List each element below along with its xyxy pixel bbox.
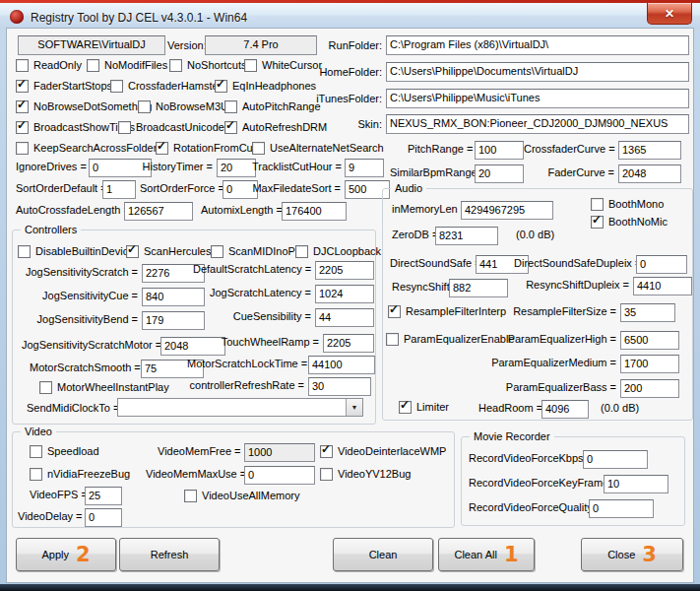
headroom-note: (0.0 dB) bbox=[601, 400, 639, 414]
automixlength-field[interactable]: 176400 bbox=[282, 202, 347, 221]
recordvideoforcequality-label: RecordVideoForceQuality = bbox=[469, 499, 585, 514]
paramequalizerhigh-label: ParamEqualizerHigh = bbox=[463, 331, 616, 346]
apply-button[interactable]: Apply 2 bbox=[16, 538, 116, 571]
refresh-button[interactable]: Refresh bbox=[119, 538, 220, 571]
checkbox-videodeinterlacewmp[interactable]: VideoDeinterlaceWMP bbox=[320, 445, 446, 458]
checkbox-box bbox=[320, 445, 333, 458]
close-button[interactable]: Close 3 bbox=[581, 538, 683, 571]
checkbox-boothmono[interactable]: BoothMono bbox=[591, 198, 664, 211]
fadercurve-field[interactable]: 2048 bbox=[618, 164, 681, 183]
recordvideoforcekbps-field[interactable]: 0 bbox=[583, 450, 648, 469]
directsoundsafedupleix-field[interactable]: 0 bbox=[636, 255, 687, 274]
checkbox-box bbox=[118, 121, 131, 134]
paramequalizerbass-field[interactable]: 200 bbox=[620, 379, 679, 398]
defaultscratchlatency-field[interactable]: 2205 bbox=[315, 261, 374, 280]
sortorderforce-label: SortOrderForce = bbox=[140, 180, 219, 195]
touchwheelramp-field[interactable]: 2205 bbox=[323, 334, 374, 353]
videomemmaxuse-field[interactable]: 0 bbox=[244, 466, 315, 485]
autocrossfadelength-field[interactable]: 126567 bbox=[124, 202, 193, 221]
app-icon bbox=[10, 10, 24, 24]
resamplefiltersize-field[interactable]: 35 bbox=[620, 303, 675, 322]
checkbox-noshortcuts[interactable]: NoShortcuts bbox=[169, 59, 247, 72]
dropdown-arrow-icon[interactable]: ▼ bbox=[346, 399, 362, 416]
controllerrefreshrate-field[interactable]: 30 bbox=[308, 377, 371, 396]
resyncshift-field[interactable]: 882 bbox=[449, 279, 508, 297]
paramequalizerbass-label: ParamEqualizerBass = bbox=[433, 379, 616, 394]
checkbox-nobrowsedotsomething[interactable]: NoBrowseDotSomething bbox=[16, 100, 152, 113]
videomemfree-field: 1000 bbox=[244, 443, 315, 462]
checkbox-motorwheelinstantplay[interactable]: MotorWheelInstantPlay bbox=[39, 381, 169, 394]
checkbox-box bbox=[388, 305, 401, 318]
runfolder-label: RunFolder: bbox=[295, 39, 382, 52]
checkbox-nomodiffiles[interactable]: NoModifFiles bbox=[87, 59, 167, 72]
crossfadercurve-field[interactable]: 1365 bbox=[618, 141, 681, 160]
checkbox-box bbox=[30, 445, 42, 458]
recordvideoforcequality-field[interactable]: 0 bbox=[589, 499, 654, 518]
historytimer-label: HistoryTimer = bbox=[140, 159, 213, 173]
videodelay-field[interactable]: 0 bbox=[85, 508, 122, 527]
checkbox-nvidiafreezebug[interactable]: nVidiaFreezeBug bbox=[30, 468, 130, 481]
recordvideoforcekeyframes-field[interactable]: 10 bbox=[604, 475, 668, 493]
paramequalizermedium-field[interactable]: 1700 bbox=[620, 355, 679, 373]
checkbox-keepsearchacrossfolders[interactable]: KeepSearchAcrossFolders bbox=[16, 142, 162, 155]
homefolder-field[interactable]: C:\Users\Philippe\Documents\VirtualDJ bbox=[386, 62, 689, 82]
tracklistcuthour-field[interactable]: 9 bbox=[345, 159, 384, 177]
checkbox-limiter[interactable]: Limiter bbox=[399, 401, 449, 414]
checkbox-videoyv12bug[interactable]: VideoYV12Bug bbox=[320, 468, 411, 481]
clean-button[interactable]: Clean bbox=[333, 538, 433, 571]
checkbox-autopitchrange[interactable]: AutoPitchRange bbox=[224, 100, 321, 113]
checkbox-crossfaderhamster[interactable]: CrossfaderHamster bbox=[110, 80, 222, 93]
itunesfolder-field[interactable]: C:\Users\Philippe\Music\iTunes bbox=[386, 89, 689, 108]
resyncshiftdupleix-label: ResyncShiftDupleix = bbox=[514, 277, 629, 292]
recordvideoforcekeyframes-label: RecordVideoForceKeyFrames = bbox=[469, 475, 600, 490]
videofps-field[interactable]: 25 bbox=[85, 487, 122, 505]
checkbox-videouseallmemory[interactable]: VideoUseAllMemory bbox=[184, 490, 299, 502]
skin-field[interactable]: NEXUS_RMX_BON:Pioneer_CDJ2000_DJM900_NEX… bbox=[386, 114, 689, 134]
pitchrange-field[interactable]: 100 bbox=[475, 141, 524, 160]
checkbox-rotationfromcue[interactable]: RotationFromCue bbox=[156, 142, 259, 155]
checkbox-box bbox=[591, 198, 604, 211]
checkbox-whitecursor[interactable]: WhiteCursor bbox=[244, 59, 322, 72]
resamplefiltersize-label: ResampleFilterSize = bbox=[463, 303, 616, 318]
movie-recorder-group-title: Movie Recorder bbox=[470, 430, 554, 443]
checkbox-broadcastunicode[interactable]: BroadcastUnicode bbox=[118, 121, 224, 134]
checkbox-readonly[interactable]: ReadOnly bbox=[16, 59, 82, 72]
checkbox-scanhercules[interactable]: ScanHercules bbox=[126, 245, 211, 258]
inmemorylen-field[interactable]: 4294967295 bbox=[461, 201, 553, 220]
audio-group-title: Audio bbox=[391, 182, 426, 195]
sendmidiclockto-dropdown[interactable]: ▼ bbox=[117, 398, 363, 417]
jogscratchlatency-field[interactable]: 1024 bbox=[315, 285, 374, 303]
checkbox-broadcastshowtitles[interactable]: BroadcastShowTitles bbox=[16, 121, 135, 134]
close-window-button[interactable]: ✕ bbox=[647, 3, 692, 25]
runfolder-field[interactable]: C:\Program Files (x86)\VirtualDJ\ bbox=[386, 35, 689, 55]
checkbox-boothnomic[interactable]: BoothNoMic bbox=[591, 216, 668, 229]
paramequalizerhigh-field[interactable]: 6500 bbox=[620, 331, 679, 350]
motorscratchlocktime-field[interactable]: 44100 bbox=[308, 356, 375, 374]
resyncshiftdupleix-field[interactable]: 4410 bbox=[633, 277, 692, 296]
checkbox-djcloopback[interactable]: DJCLoopback bbox=[295, 245, 381, 258]
paramequalizermedium-label: ParamEqualizerMedium = bbox=[433, 355, 616, 369]
crossfadercurve-label: CrossfaderCurve = bbox=[524, 141, 614, 156]
historytimer-field[interactable]: 20 bbox=[217, 159, 256, 177]
cuesensibility-field[interactable]: 44 bbox=[315, 308, 374, 327]
inmemorylen-label: inMemoryLen = bbox=[392, 201, 457, 216]
checkbox-eqinheadphones[interactable]: EqInHeadphones bbox=[215, 80, 316, 93]
maxfiledatesort-label: MaxFiledateSort = bbox=[252, 180, 341, 195]
similarbpmrange-field[interactable]: 20 bbox=[475, 164, 524, 183]
checkbox-usealternatenetsearch[interactable]: UseAlternateNetSearch bbox=[252, 142, 384, 155]
checkbox-disablebuiltindevices[interactable]: DisableBuiltinDevice: bbox=[18, 245, 137, 258]
checkbox-speedload[interactable]: Speedload bbox=[30, 445, 99, 458]
recordvideoforcekbps-label: RecordVideoForceKbps = bbox=[469, 450, 579, 465]
checkbox-faderstartstops[interactable]: FaderStartStops bbox=[16, 80, 112, 93]
clean-all-button[interactable]: Clean All 1 bbox=[438, 538, 535, 571]
checkbox-nobrowsem3u[interactable]: NoBrowseM3U bbox=[138, 100, 228, 113]
zerodb-field[interactable]: 8231 bbox=[435, 227, 498, 245]
checkbox-autorefreshdrm[interactable]: AutoRefreshDRM bbox=[224, 121, 327, 134]
sortorderdefault-field[interactable]: 1 bbox=[102, 180, 136, 199]
version-label: Version: bbox=[167, 39, 207, 52]
headroom-field[interactable]: 4096 bbox=[541, 400, 589, 419]
checkbox-box bbox=[110, 80, 123, 93]
checkbox-box bbox=[30, 468, 42, 481]
checkbox-scanmidinopid[interactable]: ScanMIDInoPID bbox=[211, 245, 306, 258]
registry-tool-window: Registry Tool by DJ CEL v4.3.0.1 - Win64… bbox=[0, 0, 700, 591]
